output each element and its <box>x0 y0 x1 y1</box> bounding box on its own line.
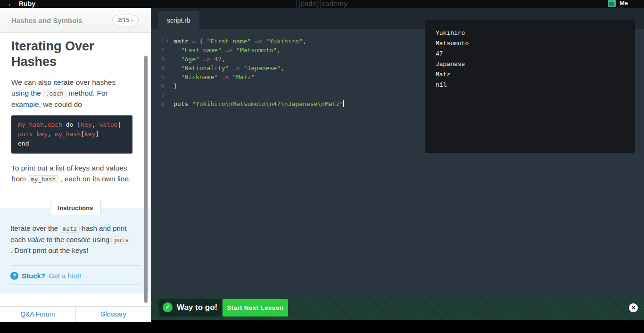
code-token: 47 <box>214 56 222 63</box>
code-token <box>222 47 225 54</box>
fold-spacer <box>165 46 171 55</box>
code-token: key <box>84 130 95 138</box>
console-line: Matz <box>436 70 624 80</box>
code-token: "Yukihiro" <box>266 38 303 45</box>
code-token <box>173 65 181 72</box>
stuck-label: Stuck? <box>22 272 45 280</box>
code-token: "Yukihiro\nMatsumoto\n47\nJapanese\nMatz… <box>192 100 343 107</box>
inline-code: .each <box>43 89 66 97</box>
code-token: "Nickname" <box>181 73 218 81</box>
code-token: } <box>173 82 177 89</box>
text-cursor <box>343 100 344 107</box>
code-token: , <box>303 38 306 45</box>
code-token: puts <box>173 100 192 107</box>
code-token: "Last name" <box>181 47 222 54</box>
sidebar-scrollbar-thumb[interactable] <box>144 56 148 303</box>
code-token: matz <box>173 38 192 45</box>
user-menu-label: Me <box>619 0 628 7</box>
inline-code: matz <box>60 225 80 233</box>
code-token: each <box>48 121 62 128</box>
code-token: "Matz" <box>232 73 255 81</box>
line-number: 7 <box>151 90 165 99</box>
check-icon: ✓ <box>163 302 173 312</box>
instructions-text: Iterate over the matz hash and print eac… <box>10 223 135 256</box>
code-token: "Japanese" <box>244 65 281 72</box>
text-run: Iterate over the <box>10 224 60 232</box>
text-run: , each on its own line. <box>58 175 131 183</box>
sidebar-footer: Q&A Forum Glossary <box>0 306 151 322</box>
console-line: Japanese <box>436 59 624 70</box>
chevron-down-icon: ▾ <box>131 18 133 23</box>
fold-spacer <box>165 64 171 73</box>
example-code-line: puts key, my_hash[key] <box>18 130 126 139</box>
example-code-line: my_hash.each do |key, value| <box>18 120 126 130</box>
line-number: 4 <box>151 64 165 73</box>
glossary-link[interactable]: Glossary <box>76 307 151 322</box>
code-token: => <box>255 38 262 45</box>
hint-link-label: Get a hint! <box>49 272 81 280</box>
progress-dropdown[interactable]: 2/15▾ <box>112 15 139 26</box>
code-token: , <box>281 65 284 72</box>
inline-code: my_hash <box>28 175 58 183</box>
console-line: 47 <box>436 49 624 59</box>
code-token: | <box>117 121 121 128</box>
code-token: end <box>18 140 29 147</box>
back-arrow-icon[interactable]: ← <box>8 0 15 8</box>
logo-rest: cademy <box>322 0 348 8</box>
code-token: , <box>48 130 55 138</box>
example-code-block: my_hash.each do |key, value| puts key, m… <box>11 115 132 154</box>
code-token: "Age" <box>181 56 199 63</box>
inline-code: puts <box>111 236 131 244</box>
line-number: 2 <box>151 46 165 55</box>
code-token: => <box>225 47 233 54</box>
code-token: key <box>36 130 47 138</box>
console-line: Matsumoto <box>436 39 624 49</box>
fold-icon[interactable]: ▾ <box>165 37 171 46</box>
code-token: , <box>222 56 225 63</box>
qa-forum-link[interactable]: Q&A Forum <box>0 307 76 322</box>
code-token <box>199 56 203 63</box>
code-token: => <box>203 56 211 63</box>
close-icon[interactable]: ✕ <box>629 303 638 312</box>
code-token: "Matsumoto" <box>236 47 277 54</box>
question-icon: ? <box>10 272 18 280</box>
console-line: nil <box>436 80 624 90</box>
lesson-paragraph-2: To print out a list of keys and values f… <box>11 162 132 185</box>
code-token: my_hash <box>55 130 81 138</box>
code-token: => <box>232 65 240 72</box>
start-next-lesson-button[interactable]: Start Next Lesson <box>223 299 288 317</box>
tab-script-rb[interactable]: script.rb <box>158 11 199 29</box>
lesson-sidebar: Hashes and Symbols 2/15▾ Iterating Over … <box>0 8 151 322</box>
code-token: ] <box>95 130 99 138</box>
instructions-label: Instructions <box>50 201 101 215</box>
codecademy-logo[interactable]: [code]cademy <box>297 0 347 8</box>
code-token: = <box>192 38 196 45</box>
course-title: Ruby <box>19 0 35 8</box>
code-token: "Nationality" <box>181 65 229 72</box>
logo-code-box: [code] <box>297 0 321 8</box>
example-code-line: end <box>18 139 126 148</box>
lesson-paragraph-1: We can also iterate over hashes using th… <box>11 77 124 110</box>
top-nav-inner: ← Ruby [code]cademy Me <box>0 0 644 8</box>
fold-spacer <box>165 81 171 90</box>
sidebar-header: Hashes and Symbols 2/15▾ <box>0 8 151 33</box>
lesson-title: Iterating Over Hashes <box>11 39 122 70</box>
get-hint-link[interactable]: ? Stuck? Get a hint! <box>10 268 81 283</box>
code-token <box>173 73 181 81</box>
instructions-panel: Instructions Iterate over the matz hash … <box>0 208 151 293</box>
line-number: 1 <box>151 37 165 46</box>
code-token <box>232 47 236 54</box>
user-menu[interactable]: Me <box>608 0 628 7</box>
fold-spacer <box>165 73 171 81</box>
workspace: script.rb 1▾matz = { "First name" => "Yu… <box>151 8 644 333</box>
code-token <box>262 38 266 45</box>
code-token <box>210 56 214 63</box>
code-token: key <box>81 121 91 128</box>
code-token <box>62 121 66 128</box>
line-number: 8 <box>151 99 165 108</box>
fold-spacer <box>165 55 171 64</box>
code-token: value <box>99 121 117 128</box>
divider <box>10 265 140 266</box>
code-token <box>173 56 181 63</box>
avatar <box>608 0 616 7</box>
